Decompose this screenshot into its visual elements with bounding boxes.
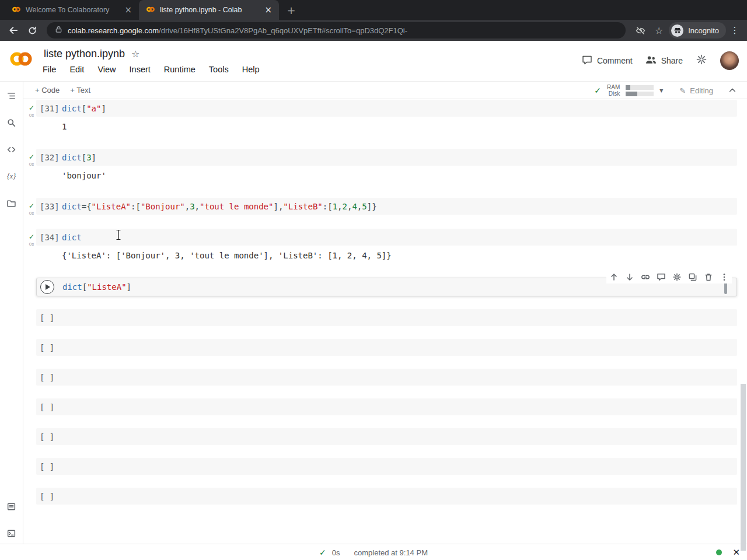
menu-view[interactable]: View bbox=[97, 65, 116, 74]
table-of-contents-icon[interactable] bbox=[5, 89, 19, 103]
notebook-cell[interactable]: [ ] bbox=[27, 488, 737, 505]
browser-tab-notebook[interactable]: liste python.ipynb - Colab × bbox=[139, 0, 279, 20]
cell-output: 'bonjour' bbox=[36, 166, 737, 185]
more-cell-actions-icon[interactable] bbox=[719, 272, 729, 282]
reload-button[interactable] bbox=[23, 22, 41, 39]
execution-count[interactable]: [31] bbox=[36, 104, 62, 113]
text-cursor-pointer bbox=[115, 229, 122, 240]
delete-cell-icon[interactable] bbox=[703, 272, 714, 282]
browser-tab-welcome[interactable]: Welcome To Colaboratory × bbox=[5, 0, 139, 20]
resources-dropdown-icon[interactable]: ▾ bbox=[659, 86, 663, 94]
open-editor-settings-icon[interactable] bbox=[672, 272, 682, 282]
code-editor[interactable]: [32]dict[3] bbox=[36, 149, 737, 166]
execution-count[interactable]: [ ] bbox=[36, 343, 62, 352]
notebook-cell[interactable]: [ ] bbox=[27, 369, 737, 386]
url-path: /drive/16Hf8TyUStGna2V8PgAb_q6qoUXVpETft… bbox=[159, 26, 407, 35]
menu-edit[interactable]: Edit bbox=[69, 65, 84, 74]
add-code-button[interactable]: + Code bbox=[35, 86, 60, 94]
notebook-title[interactable]: liste python.ipynb bbox=[44, 48, 125, 60]
notebook-cell[interactable]: [ ] bbox=[27, 398, 737, 415]
notebook-cell[interactable]: ✓0s[32]dict[3]'bonjour' bbox=[27, 149, 737, 185]
execution-count[interactable]: [33] bbox=[36, 202, 62, 211]
address-bar[interactable]: colab.research.google.com/drive/16Hf8TyU… bbox=[47, 22, 626, 38]
tab-close-icon[interactable]: × bbox=[122, 5, 134, 15]
code-editor[interactable]: [ ] bbox=[36, 369, 737, 386]
execution-count[interactable]: [34] bbox=[36, 233, 62, 242]
url-text: colab.research.google.com/drive/16Hf8TyU… bbox=[68, 26, 407, 35]
execution-count[interactable]: [ ] bbox=[36, 313, 62, 323]
disk-bar bbox=[626, 92, 654, 96]
code-editor[interactable]: dict["ListeA"] bbox=[36, 278, 737, 296]
code-snippets-icon[interactable] bbox=[5, 142, 19, 156]
back-button[interactable] bbox=[5, 22, 22, 39]
code-editor[interactable]: [ ] bbox=[36, 428, 737, 445]
notebook-cell[interactable]: [ ] bbox=[27, 428, 737, 445]
site-security-icon[interactable] bbox=[55, 26, 62, 35]
notebook-cell[interactable]: ✓0s[31]dict["a"]1 bbox=[27, 100, 737, 136]
left-sidebar: {x} bbox=[0, 82, 23, 544]
code-editor[interactable]: [34]dict bbox=[36, 229, 737, 246]
collapse-toolbar-icon[interactable] bbox=[728, 86, 736, 94]
resource-meters[interactable] bbox=[626, 85, 654, 96]
settings-gear-icon[interactable] bbox=[696, 54, 707, 68]
execution-count[interactable]: [32] bbox=[36, 153, 62, 162]
cell-exec-time: 0s bbox=[29, 211, 34, 216]
avatar[interactable] bbox=[720, 51, 739, 70]
add-comment-icon[interactable] bbox=[656, 272, 666, 282]
notebook-cell[interactable]: ✓0s[33]dict={"ListeA":["Bonjour",3,"tout… bbox=[27, 198, 737, 216]
code-editor[interactable]: [ ] bbox=[36, 458, 737, 475]
star-notebook-icon[interactable]: ☆ bbox=[131, 48, 139, 60]
cell-gutter: ✓0s bbox=[27, 229, 36, 265]
menu-file[interactable]: File bbox=[43, 65, 56, 74]
code-editor[interactable]: [ ] bbox=[36, 398, 737, 415]
notebook-cell[interactable]: [ ] bbox=[27, 339, 737, 356]
ram-bar bbox=[626, 85, 654, 90]
code-editor[interactable]: [33]dict={"ListeA":["Bonjour",3,"tout le… bbox=[36, 198, 737, 215]
copy-link-to-cell-icon[interactable] bbox=[640, 272, 651, 282]
cell-gutter bbox=[27, 369, 36, 386]
menu-help[interactable]: Help bbox=[242, 65, 260, 74]
execution-count[interactable]: [ ] bbox=[36, 462, 62, 471]
move-cell-down-icon[interactable] bbox=[624, 272, 635, 282]
notebook-cell[interactable]: dict["ListeA"] bbox=[27, 278, 737, 296]
notebook-cell[interactable]: [ ] bbox=[27, 309, 737, 326]
code-editor[interactable]: [ ] bbox=[36, 488, 737, 505]
run-cell-button[interactable] bbox=[40, 280, 54, 294]
cell-gutter bbox=[27, 428, 36, 445]
mirror-cell-in-tab-icon[interactable] bbox=[687, 272, 698, 282]
bookmark-star-icon[interactable]: ☆ bbox=[650, 22, 668, 39]
editing-mode-button[interactable]: ✎ Editing bbox=[679, 86, 713, 95]
status-close-icon[interactable]: ✕ bbox=[732, 547, 740, 558]
menu-tools[interactable]: Tools bbox=[209, 65, 229, 74]
code-editor[interactable]: [ ] bbox=[36, 339, 737, 356]
eye-off-icon[interactable] bbox=[631, 22, 649, 39]
execution-count[interactable]: [ ] bbox=[36, 492, 62, 501]
tab-close-icon[interactable]: × bbox=[262, 5, 274, 15]
execution-count[interactable]: [ ] bbox=[36, 402, 62, 412]
variables-icon[interactable]: {x} bbox=[5, 169, 19, 183]
browser-menu-icon[interactable]: ⋮ bbox=[727, 25, 742, 36]
cell-main: [ ] bbox=[36, 309, 737, 326]
cell-gutter bbox=[27, 458, 36, 475]
comment-button[interactable]: Comment bbox=[582, 55, 633, 67]
cell-exec-time: 0s bbox=[29, 113, 34, 118]
notebook-cell[interactable]: [ ] bbox=[27, 458, 737, 475]
find-replace-icon[interactable] bbox=[5, 116, 19, 130]
menu-insert[interactable]: Insert bbox=[130, 65, 151, 74]
move-cell-up-icon[interactable] bbox=[609, 272, 619, 282]
execution-count[interactable]: [ ] bbox=[36, 373, 62, 382]
cell-main: [ ] bbox=[36, 369, 737, 386]
code-editor[interactable]: [ ] bbox=[36, 309, 737, 326]
new-tab-button[interactable]: + bbox=[284, 2, 299, 18]
code-line: dict[3] bbox=[62, 153, 96, 162]
add-text-button[interactable]: + Text bbox=[70, 86, 90, 94]
code-editor[interactable]: [31]dict["a"] bbox=[36, 100, 737, 117]
page-scrollbar[interactable] bbox=[741, 384, 746, 551]
notebook-cell[interactable]: ✓0s[34]dict{'ListeA': ['Bonjour', 3, 'to… bbox=[27, 229, 737, 265]
terminal-icon[interactable] bbox=[5, 526, 19, 540]
execution-count[interactable]: [ ] bbox=[36, 432, 62, 442]
menu-runtime[interactable]: Runtime bbox=[164, 65, 196, 74]
files-icon[interactable] bbox=[5, 196, 19, 210]
console-icon[interactable] bbox=[5, 499, 19, 513]
share-button[interactable]: Share bbox=[645, 55, 683, 66]
